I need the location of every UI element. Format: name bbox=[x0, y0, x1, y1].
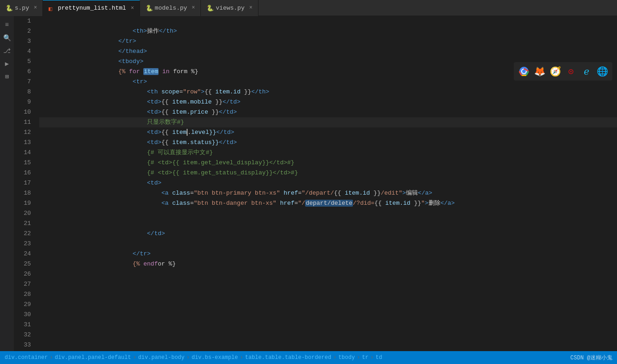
safari-icon[interactable]: 🧭 bbox=[549, 65, 562, 78]
debug-icon[interactable]: ▶ bbox=[2, 58, 12, 69]
breadcrumb: div.container › div.panel.panel-default … bbox=[5, 354, 382, 361]
py-icon: 🐍 bbox=[206, 5, 213, 11]
py-icon: 🐍 bbox=[6, 5, 12, 11]
editor-body: 1 2 3 4 5 6 7 8 9 10 11 12 13 14 15 16 1… bbox=[14, 16, 617, 351]
breadcrumb-item-2[interactable]: div.panel.panel-default bbox=[55, 354, 131, 361]
firefox-icon[interactable]: 🦊 bbox=[533, 65, 546, 78]
git-icon[interactable]: ⎇ bbox=[2, 46, 12, 56]
ie-icon[interactable]: ℯ bbox=[580, 65, 593, 78]
tab-label: s.py bbox=[15, 5, 29, 12]
tab-close[interactable]: × bbox=[34, 5, 37, 11]
watermark-text: CSDN @迷糊小鬼 bbox=[570, 354, 612, 362]
breadcrumb-sep: › bbox=[357, 354, 360, 361]
code-content: <th>操作</th> </tr> </thead> <tbody> bbox=[35, 16, 617, 259]
breadcrumb-item-8[interactable]: td bbox=[376, 354, 382, 361]
code-line bbox=[39, 208, 617, 219]
breadcrumb-item-6[interactable]: tbody bbox=[338, 354, 355, 361]
code-line: <th>操作</th> bbox=[39, 16, 617, 26]
code-line: </tr> bbox=[39, 239, 617, 249]
tab-prettynum-list[interactable]: ◧ prettynum_list.html × bbox=[43, 0, 140, 16]
tab-close[interactable]: × bbox=[131, 5, 134, 12]
tab-close[interactable]: × bbox=[192, 5, 195, 11]
tab-models-py[interactable]: 🐍 models.py × bbox=[140, 0, 201, 16]
tab-close[interactable]: × bbox=[249, 5, 253, 11]
opera-icon[interactable]: ⊙ bbox=[564, 65, 577, 78]
explorer-icon[interactable]: ≡ bbox=[2, 20, 12, 30]
breadcrumb-sep: › bbox=[133, 354, 136, 361]
breadcrumb-sep: › bbox=[187, 354, 190, 361]
activity-bar: ≡ 🔍 ⎇ ▶ ⊞ bbox=[0, 16, 14, 351]
search-icon[interactable]: 🔍 bbox=[2, 33, 12, 43]
browser-icons-panel: 🦊 🧭 ⊙ ℯ 🌐 bbox=[514, 62, 612, 81]
chrome-icon[interactable] bbox=[517, 65, 530, 78]
breadcrumb-item-1[interactable]: div.container bbox=[5, 354, 48, 361]
status-bar-right: CSDN @迷糊小鬼 bbox=[570, 354, 612, 362]
py-icon: 🐍 bbox=[146, 5, 152, 11]
tab-label: models.py bbox=[155, 5, 187, 12]
code-line: </td> bbox=[39, 219, 617, 229]
extensions-icon[interactable]: ⊞ bbox=[2, 71, 12, 81]
breadcrumb-sep: › bbox=[333, 354, 336, 361]
breadcrumb-item-7[interactable]: tr bbox=[362, 354, 368, 361]
status-bar: div.container › div.panel.panel-default … bbox=[0, 351, 617, 364]
breadcrumb-sep: › bbox=[240, 354, 243, 361]
tab-views-py[interactable]: 🐍 views.py × bbox=[201, 0, 259, 16]
breadcrumb-sep: › bbox=[370, 354, 374, 361]
breadcrumb-item-4[interactable]: div.bs-example bbox=[192, 354, 238, 361]
tab-label: views.py bbox=[216, 5, 244, 12]
edge-icon[interactable]: 🌐 bbox=[596, 65, 609, 78]
breadcrumb-sep: › bbox=[50, 354, 53, 361]
breadcrumb-item-5[interactable]: table.table.table-bordered bbox=[245, 354, 331, 361]
tab-bar: 🐍 s.py × ◧ prettynum_list.html × 🐍 model… bbox=[0, 0, 617, 16]
editor-container: ≡ 🔍 ⎇ ▶ ⊞ 1 2 3 4 5 6 7 8 9 10 11 12 13 … bbox=[0, 16, 617, 351]
tab-s-py[interactable]: 🐍 s.py × bbox=[0, 0, 43, 16]
line-numbers: 1 2 3 4 5 6 7 8 9 10 11 12 13 14 15 16 1… bbox=[14, 16, 35, 351]
code-area[interactable]: <th>操作</th> </tr> </thead> <tbody> bbox=[35, 16, 617, 351]
tab-label: prettynum_list.html bbox=[58, 5, 126, 12]
breadcrumb-item-3[interactable]: div.panel-body bbox=[138, 354, 185, 361]
html-icon: ◧ bbox=[48, 5, 55, 12]
